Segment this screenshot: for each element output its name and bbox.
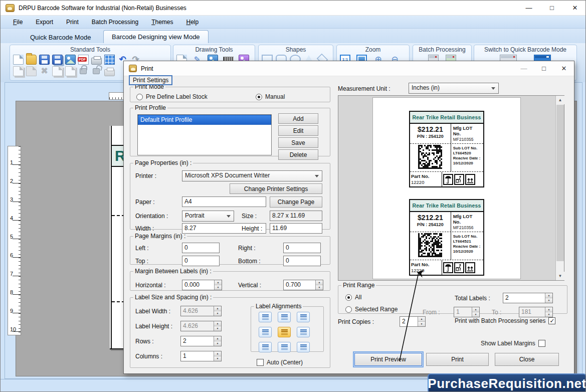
margin-left-field[interactable]: 0 bbox=[182, 243, 220, 253]
dialog-close-button[interactable]: ✕ bbox=[554, 65, 574, 72]
menu-batch-processing[interactable]: Batch Processing bbox=[85, 17, 145, 28]
radio-manual[interactable]: Manual bbox=[256, 93, 285, 100]
height-field[interactable]: 11.69 bbox=[270, 223, 322, 234]
print-profile-group: Print Profile Default Print Profile Add … bbox=[130, 104, 330, 156]
auto-center-checkbox[interactable]: Auto (Center) bbox=[257, 359, 303, 366]
total-labels-spinner[interactable]: 2▲▼ bbox=[503, 293, 553, 303]
radio-dot bbox=[345, 294, 352, 301]
menu-file[interactable]: File bbox=[7, 17, 29, 28]
orientation-select[interactable]: Portrait bbox=[182, 211, 234, 222]
align-top-left-button[interactable] bbox=[259, 312, 272, 322]
profile-list-item-selected[interactable]: Default Print Profile bbox=[138, 115, 271, 125]
menu-print[interactable]: Print bbox=[60, 17, 85, 28]
radio-label: All bbox=[355, 294, 361, 301]
print-button[interactable]: Print bbox=[426, 353, 489, 366]
right-label: Right : bbox=[238, 245, 256, 252]
align-middle-left-button[interactable] bbox=[259, 327, 272, 337]
sub-lot-title: Sub LOT No. bbox=[453, 234, 481, 239]
radio-all[interactable]: All bbox=[345, 294, 361, 301]
paste-icon[interactable] bbox=[26, 66, 37, 76]
delete-button[interactable]: Delete bbox=[278, 149, 318, 160]
align-bottom-right-button[interactable] bbox=[297, 342, 310, 352]
grid-icon[interactable] bbox=[104, 55, 115, 65]
open-file-icon[interactable] bbox=[26, 55, 37, 65]
change-page-button[interactable]: Change Page bbox=[270, 197, 322, 208]
tab-barcode-designing-view-mode[interactable]: Barcode Designing view Mode bbox=[103, 30, 209, 45]
preview-scrollbar[interactable]: ▲ ▼ bbox=[555, 96, 564, 280]
scrollbar-thumb[interactable] bbox=[556, 105, 564, 261]
dispose-properly-icon bbox=[454, 262, 464, 273]
margin-between-legend: Margin Between Labels (in) : bbox=[133, 268, 213, 275]
rows-spinner[interactable]: 2▲▼ bbox=[180, 336, 222, 346]
group-icon[interactable] bbox=[65, 66, 76, 76]
margin-top-field[interactable]: 0 bbox=[182, 256, 220, 266]
print-settings-tab[interactable]: Print Settings bbox=[129, 75, 172, 85]
window-title: DRPU Barcode Software for Industrial (No… bbox=[19, 5, 186, 12]
vertical-spinner[interactable]: 0.700▲▼ bbox=[283, 280, 323, 290]
dispose-properly-icon bbox=[454, 174, 464, 185]
print-setup-icon[interactable] bbox=[104, 69, 115, 76]
part-no-title: Part No. bbox=[411, 262, 441, 267]
pdf-badge: PDF bbox=[78, 57, 87, 62]
margin-right-field[interactable]: 0 bbox=[283, 243, 321, 253]
duplicate-icon[interactable] bbox=[52, 66, 63, 76]
tab-quick-barcode-mode[interactable]: Quick Barcode Mode bbox=[23, 32, 98, 43]
align-middle-right-button[interactable] bbox=[297, 327, 310, 337]
print-icon[interactable] bbox=[91, 58, 102, 65]
change-printer-settings-button[interactable]: Change Printer Settings bbox=[230, 183, 322, 194]
horizontal-spinner[interactable]: 0.000▲▼ bbox=[182, 280, 222, 290]
dialog-title: Print bbox=[141, 65, 153, 72]
export-pdf-icon[interactable]: PDF bbox=[78, 55, 89, 65]
checkbox-label: Print with Batch Processing series bbox=[455, 317, 545, 324]
label-price: $212.21 bbox=[411, 125, 450, 133]
dialog-maximize-button[interactable]: □ bbox=[534, 65, 554, 72]
menu-export[interactable]: Export bbox=[29, 17, 60, 28]
align-bottom-left-button[interactable] bbox=[259, 342, 272, 352]
minimize-button[interactable]: — bbox=[517, 1, 540, 15]
align-top-center-button[interactable] bbox=[278, 312, 291, 322]
delete-icon[interactable]: ✖ bbox=[39, 66, 50, 76]
print-profile-listbox[interactable]: Default Print Profile bbox=[137, 114, 272, 155]
edit-button[interactable]: Edit bbox=[278, 125, 318, 136]
save-all-icon[interactable] bbox=[52, 55, 63, 65]
radio-predefine-label-stock[interactable]: Pre Define Label Stock bbox=[136, 93, 208, 100]
unlock-icon[interactable] bbox=[93, 68, 100, 74]
close-dialog-button[interactable]: Close bbox=[495, 353, 559, 366]
print-copies-spinner[interactable]: 2▲▼ bbox=[400, 316, 426, 327]
menu-themes[interactable]: Themes bbox=[145, 17, 179, 28]
total-labels-label: Total Labels : bbox=[455, 295, 490, 302]
close-button[interactable]: ✕ bbox=[563, 1, 586, 15]
add-button[interactable]: Add bbox=[278, 113, 318, 124]
align-top-right-button[interactable] bbox=[297, 312, 310, 322]
radio-selected-range[interactable]: Selected Range bbox=[345, 306, 398, 313]
part-no-value: 12220 bbox=[411, 268, 441, 273]
ruler-number: 10 bbox=[10, 326, 16, 332]
save-button[interactable]: Save bbox=[278, 137, 318, 148]
batch-series-checkbox[interactable]: ✓ Print with Batch Processing series bbox=[455, 317, 555, 324]
columns-spinner[interactable]: 1▲▼ bbox=[180, 351, 222, 361]
align-bottom-center-button[interactable] bbox=[278, 342, 291, 352]
align-middle-center-button[interactable] bbox=[278, 327, 291, 337]
scroll-up-arrow[interactable]: ▲ bbox=[556, 96, 564, 104]
page-margins-legend: Page Margins (in) : bbox=[133, 233, 187, 240]
sub-lot-value: LT664521 bbox=[453, 239, 481, 244]
print-preview-button[interactable]: Print Preview bbox=[354, 353, 422, 366]
show-label-margins-checkbox[interactable]: Show Label Margins bbox=[481, 340, 545, 347]
sub-lot-value: LT664520 bbox=[453, 151, 481, 155]
maximize-button[interactable]: □ bbox=[540, 1, 563, 15]
margin-bottom-field[interactable]: 0 bbox=[283, 256, 321, 266]
lock-icon[interactable] bbox=[80, 68, 87, 74]
rows-label: Rows : bbox=[135, 338, 154, 345]
printer-select[interactable]: Microsoft XPS Document Writer bbox=[182, 170, 322, 181]
vertical-label: Vertical : bbox=[238, 282, 261, 289]
dialog-minimize-button[interactable]: — bbox=[514, 65, 534, 72]
measurement-unit-select[interactable]: Inches (in) bbox=[409, 83, 499, 94]
group-title: Shapes bbox=[259, 45, 333, 53]
paper-field[interactable]: A4 bbox=[182, 197, 266, 207]
copy-icon[interactable] bbox=[13, 66, 24, 76]
menu-help[interactable]: Help bbox=[180, 17, 206, 28]
new-document-icon[interactable] bbox=[13, 55, 24, 65]
scroll-down-arrow[interactable]: ▼ bbox=[556, 272, 564, 280]
export-image-icon[interactable] bbox=[65, 55, 76, 65]
save-icon[interactable] bbox=[39, 55, 50, 65]
